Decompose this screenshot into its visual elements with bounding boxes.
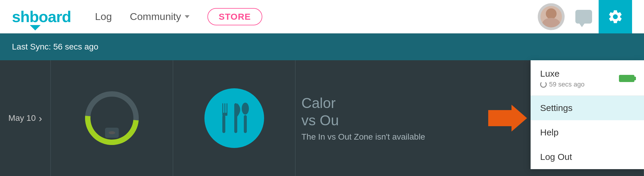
sync-band: Last Sync: 56 secs ago [0,33,644,60]
svg-rect-0 [222,115,225,133]
food-circle-icon [204,88,264,148]
settings-gear-button[interactable] [599,0,632,33]
avatar-image [540,6,562,27]
settings-item-label: Settings [540,103,572,113]
scale-display [109,131,115,134]
messages-button[interactable] [572,5,596,29]
svg-rect-6 [244,115,247,133]
header-right [538,0,632,33]
date-navigator: May 10 › [8,112,42,124]
gear-icon [607,9,623,25]
svg-rect-5 [234,103,237,133]
nav-log-label: Log [95,11,112,22]
settings-dropdown: Luxe 59 secs ago Settings Help Log Out [531,60,644,169]
device-sync-time: 59 secs ago [540,81,585,88]
nav-community-label: Community [130,11,181,22]
brand-logo[interactable]: shboard [12,8,71,26]
svg-rect-3 [227,103,227,114]
calorie-title: Calor vs Ou [301,95,339,129]
sync-spinner-icon [540,81,547,88]
scale-icon [105,128,119,138]
calorie-title-line2: vs Ou [301,112,339,129]
arrow-pointer [488,105,527,132]
date-label: May 10 [8,113,36,123]
help-item-label: Help [540,127,559,138]
chevron-down-icon [185,15,189,18]
logout-item-label: Log Out [540,152,572,162]
avatar[interactable] [538,3,565,30]
svg-rect-1 [222,103,223,114]
message-bubble-icon [575,10,592,24]
fork-knife-icon [219,100,249,136]
date-arrow-icon[interactable]: › [39,112,42,124]
gauge-arc [74,80,150,156]
svg-rect-4 [222,113,227,116]
nav-item-log[interactable]: Log [95,11,112,22]
arrow-shape [488,105,527,132]
calorie-title-line1: Calor [301,95,339,112]
device-details: Luxe 59 secs ago [540,69,585,88]
sync-time-label: 59 secs ago [549,81,585,88]
header: shboard Log Community STORE [0,0,644,33]
main-area: May 10 › [0,60,644,176]
device-info-row: Luxe 59 secs ago [531,60,644,96]
battery-icon [619,75,634,82]
gauge-chart [85,91,139,145]
header-triangle [30,25,41,30]
calorie-subtitle: The In vs Out Zone isn't available [301,132,425,142]
brand-text: shboard [12,8,71,25]
date-card: May 10 › [0,60,51,176]
gauge-card [51,60,173,176]
dropdown-item-settings[interactable]: Settings [531,96,644,120]
store-button[interactable]: STORE [207,8,262,25]
nav-item-community[interactable]: Community [130,11,189,22]
dropdown-item-logout[interactable]: Log Out [531,145,644,169]
food-card [173,60,295,176]
device-name: Luxe [540,69,585,79]
svg-rect-2 [224,103,225,114]
svg-point-7 [242,103,249,115]
sync-status: Last Sync: 56 secs ago [12,42,98,52]
dropdown-item-help[interactable]: Help [531,120,644,145]
